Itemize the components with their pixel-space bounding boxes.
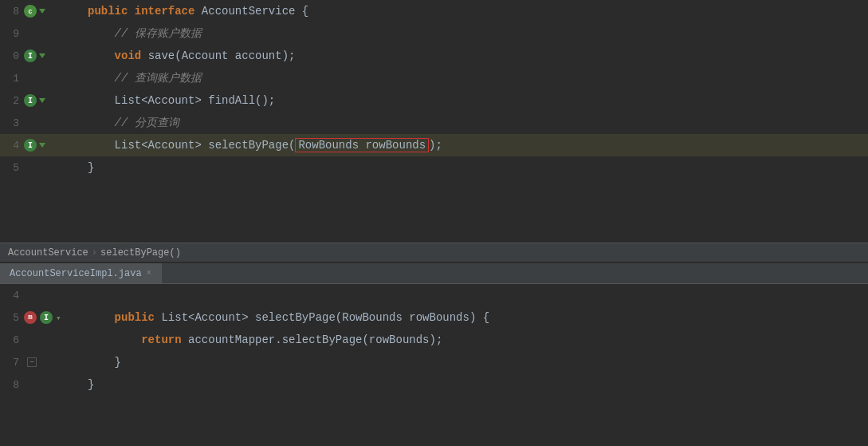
code-line-4: 4 I List<Account> selectByPage(RowBounds…: [0, 134, 868, 156]
gutter-9: 9: [0, 28, 80, 40]
code-content-b8: }: [80, 373, 860, 396]
gutter-b7: 7 −: [0, 357, 80, 369]
tab-accountserviceimpl[interactable]: AccountServiceImpl.java ×: [0, 263, 162, 283]
breadcrumb-part2: selectByPage(): [100, 247, 181, 259]
code-line-9: 9 // 保存账户数据: [0, 22, 868, 45]
code-line-b4: 4: [0, 284, 868, 306]
gutter-1: 1: [0, 73, 80, 85]
code-line-3: 3 // 分页查询: [0, 112, 868, 134]
code-line-1: 1 // 查询账户数据: [0, 67, 868, 89]
gutter-8: 8 C: [0, 5, 80, 18]
line-num-b4: 4: [3, 290, 19, 302]
line-num-1: 1: [3, 73, 19, 85]
icon-arrow-2[interactable]: [39, 98, 45, 103]
code-line-0: 0 I void save(Account account);: [0, 45, 868, 67]
gutter-2: 2 I: [0, 94, 80, 107]
icon-i-0[interactable]: I: [24, 49, 37, 62]
line-num-8: 8: [3, 6, 19, 18]
gutter-b5: 5 m I ▾: [0, 311, 80, 324]
code-line-b8: 8 }: [0, 373, 868, 396]
icon-arrow-8[interactable]: [39, 9, 45, 14]
breadcrumb-separator: ›: [92, 247, 97, 259]
collapse-arrow-b5[interactable]: ▾: [56, 313, 61, 323]
code-line-2: 2 I List<Account> findAll();: [0, 89, 868, 112]
top-editor: 8 C public interface AccountService { 9 …: [0, 0, 868, 243]
gutter-3: 3: [0, 117, 80, 129]
code-content-3: // 分页查询: [80, 112, 860, 134]
line-num-b8: 8: [3, 379, 19, 391]
code-content-4: List<Account> selectByPage(RowBounds row…: [80, 134, 860, 156]
icon-i-2[interactable]: I: [24, 94, 37, 107]
icon-i-b5[interactable]: I: [40, 311, 53, 324]
gutter-4: 4 I: [0, 139, 80, 152]
icon-i-4[interactable]: I: [24, 139, 37, 152]
code-content-0: void save(Account account);: [80, 45, 860, 67]
code-content-8: public interface AccountService {: [80, 0, 860, 22]
breadcrumb-bar: AccountService › selectByPage(): [0, 243, 868, 262]
line-num-9: 9: [3, 28, 19, 40]
bottom-editor: 4 5 m I ▾ public List<Account> selectByP…: [0, 284, 868, 446]
icon-arrow-4[interactable]: [39, 143, 45, 148]
line-num-4: 4: [3, 140, 19, 152]
minus-icon-b7[interactable]: −: [27, 357, 37, 367]
gutter-5: 5: [0, 162, 80, 174]
line-num-3: 3: [3, 117, 19, 129]
code-content-9: // 保存账户数据: [80, 22, 860, 45]
tab-bar: AccountServiceImpl.java ×: [0, 262, 868, 284]
breadcrumb-part1: AccountService: [8, 247, 88, 259]
gutter-0: 0 I: [0, 49, 80, 62]
tab-close-button[interactable]: ×: [147, 269, 151, 278]
code-line-8: 8 C public interface AccountService {: [0, 0, 868, 22]
code-content-b6: return accountMapper.selectByPage(rowBou…: [80, 329, 860, 351]
icon-c-8[interactable]: C: [24, 5, 37, 18]
line-num-2: 2: [3, 95, 19, 107]
code-content-2: List<Account> findAll();: [80, 89, 860, 112]
line-num-b6: 6: [3, 334, 19, 346]
icon-m-b5[interactable]: m: [24, 311, 37, 324]
code-line-b6: 6 return accountMapper.selectByPage(rowB…: [0, 329, 868, 351]
tab-filename: AccountServiceImpl.java: [10, 268, 142, 279]
code-line-5: 5 }: [0, 156, 868, 179]
line-num-b7: 7: [3, 357, 19, 369]
line-num-b5: 5: [3, 312, 19, 324]
gutter-b6: 6: [0, 334, 80, 346]
gutter-b8: 8: [0, 379, 80, 391]
ide-window: 8 C public interface AccountService { 9 …: [0, 0, 868, 446]
line-num-5: 5: [3, 162, 19, 174]
code-content-5: }: [80, 156, 860, 179]
gutter-b4: 4: [0, 290, 80, 302]
line-num-0: 0: [3, 50, 19, 62]
code-content-b5: public List<Account> selectByPage(RowBou…: [80, 306, 860, 329]
code-content-1: // 查询账户数据: [80, 67, 860, 89]
code-content-b7: }: [80, 351, 860, 373]
code-line-b5: 5 m I ▾ public List<Account> selectByPag…: [0, 306, 868, 329]
icon-arrow-0[interactable]: [39, 53, 45, 58]
code-line-b7: 7 − }: [0, 351, 868, 373]
